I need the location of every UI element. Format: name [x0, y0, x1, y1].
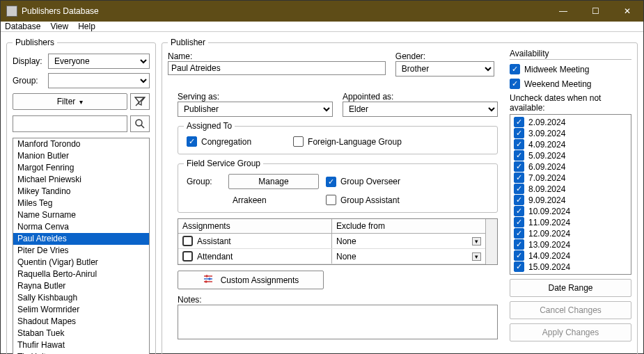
assign-checkbox[interactable] — [182, 251, 193, 262]
notes-textarea[interactable] — [178, 305, 498, 339]
list-item[interactable]: Manford Torondo — [13, 138, 149, 150]
date-range-button[interactable]: Date Range — [510, 279, 631, 297]
manage-group-button[interactable]: Manage — [228, 174, 319, 189]
dropdown-icon[interactable]: ▾ — [472, 237, 481, 246]
group-overseer-checkbox[interactable]: Group Overseer — [326, 177, 400, 187]
assignments-scrollbar[interactable] — [485, 219, 497, 264]
menu-database[interactable]: Database — [5, 22, 40, 31]
date-label: 15.09.2024 — [528, 262, 570, 272]
date-row[interactable]: 10.09.2024 — [512, 206, 629, 216]
list-item[interactable]: Mikey Tandino — [13, 186, 149, 198]
list-item[interactable]: Sally Kishbaugh — [13, 292, 149, 304]
cancel-changes-button[interactable]: Cancel Changes — [510, 301, 631, 319]
clear-filter-button[interactable] — [130, 93, 150, 110]
assign-checkbox[interactable] — [182, 236, 193, 246]
appointed-select[interactable]: Elder — [343, 102, 498, 117]
assignment-row: AssistantNone▾ — [178, 234, 485, 249]
date-row[interactable]: 14.09.2024 — [512, 250, 629, 261]
list-item[interactable]: Rayna Butler — [13, 280, 149, 292]
list-item[interactable]: Staban Tuek — [13, 328, 149, 339]
date-label: 9.09.2024 — [528, 195, 565, 205]
date-row[interactable]: 5.09.2024 — [512, 150, 629, 161]
date-row[interactable]: 12.09.2024 — [512, 228, 629, 239]
fsg-legend: Field Service Group — [184, 159, 263, 168]
group-assistant-label: Group Assistant — [340, 195, 400, 205]
list-item[interactable]: Selim Wormrider — [13, 304, 149, 316]
list-item[interactable]: Michael Pniewski — [13, 174, 149, 186]
checkbox-unchecked-icon — [326, 195, 336, 205]
date-row[interactable]: 11.09.2024 — [512, 217, 629, 227]
date-row[interactable]: 7.09.2024 — [512, 172, 629, 183]
menu-help[interactable]: Help — [78, 22, 95, 31]
date-row[interactable]: 2.09.2024 — [512, 117, 629, 127]
display-select[interactable]: Everyone — [48, 54, 150, 69]
assignment-name: Assistant — [197, 236, 231, 246]
maximize-button[interactable]: ☐ — [579, 1, 611, 22]
group-select[interactable] — [48, 73, 150, 88]
dates-list[interactable]: 2.09.20243.09.20244.09.20245.09.20246.09… — [510, 114, 631, 275]
app-icon — [6, 6, 17, 17]
weekend-checkbox[interactable]: Weekend Meeting — [510, 79, 631, 89]
search-button[interactable] — [130, 115, 150, 132]
filter-button[interactable]: Filter — [13, 93, 127, 110]
name-input[interactable] — [168, 61, 386, 75]
fsg-group-value: Arrakeen — [228, 195, 319, 205]
list-item[interactable]: Paul Atreides — [13, 233, 149, 245]
menu-view[interactable]: View — [50, 22, 68, 31]
date-row[interactable]: 8.09.2024 — [512, 184, 629, 194]
availability-panel: Availability Midweek Meeting Weekend Mee… — [510, 49, 631, 341]
checkbox-checked-icon — [514, 239, 524, 250]
checkbox-checked-icon — [514, 195, 524, 205]
list-item[interactable]: Raquella Berto-Anirul — [13, 268, 149, 280]
date-row[interactable]: 15.09.2024 — [512, 262, 629, 272]
list-item[interactable]: Margot Fenring — [13, 162, 149, 174]
midweek-checkbox[interactable]: Midweek Meeting — [510, 64, 631, 74]
date-row[interactable]: 9.09.2024 — [512, 195, 629, 205]
list-item[interactable]: Quentin (Vigar) Butler — [13, 257, 149, 268]
menu-bar: Database View Help — [1, 22, 643, 32]
list-item[interactable]: Thufir Hawat — [13, 339, 149, 351]
dropdown-icon[interactable]: ▾ — [472, 252, 481, 261]
group-label: Group: — [13, 76, 44, 86]
date-row[interactable]: 3.09.2024 — [512, 128, 629, 138]
exclude-cell[interactable]: None▾ — [332, 234, 485, 248]
serving-select[interactable]: Publisher — [178, 102, 333, 117]
exclude-cell[interactable]: None▾ — [332, 249, 485, 264]
group-assistant-checkbox[interactable]: Group Assistant — [326, 195, 400, 205]
svg-point-8 — [205, 280, 207, 282]
checkbox-checked-icon — [514, 217, 524, 227]
appointed-label: Appointed as: — [343, 92, 498, 102]
checkbox-checked-icon — [514, 150, 524, 161]
checkbox-unchecked-icon — [293, 136, 304, 147]
list-item[interactable]: Name Surname — [13, 209, 149, 221]
title-bar: Publishers Database — ☐ ✕ — [1, 1, 643, 22]
custom-assignments-button[interactable]: Custom Assignments — [178, 271, 324, 289]
notes-label: Notes: — [178, 295, 498, 305]
minimize-button[interactable]: — — [547, 1, 579, 22]
list-item[interactable]: Tio Holtzman — [13, 351, 149, 354]
checkbox-checked-icon — [514, 117, 524, 127]
availability-legend: Availability — [510, 49, 631, 60]
assigned-to-legend: Assigned To — [184, 121, 235, 131]
date-row[interactable]: 13.09.2024 — [512, 239, 629, 250]
list-item[interactable]: Piter De Vries — [13, 245, 149, 257]
gender-select[interactable]: Brother — [395, 61, 494, 77]
list-item[interactable]: Norma Cenva — [13, 221, 149, 233]
date-row[interactable]: 4.09.2024 — [512, 139, 629, 150]
list-item[interactable]: Manion Butler — [13, 150, 149, 162]
weekend-label: Weekend Meeting — [524, 79, 592, 89]
apply-changes-button[interactable]: Apply Changes — [510, 323, 631, 341]
foreign-language-checkbox[interactable]: Foreign-Language Group — [293, 136, 402, 147]
publishers-list[interactable]: Manford TorondoManion ButlerMargot Fenri… — [13, 138, 150, 354]
name-label: Name: — [168, 51, 386, 61]
list-item[interactable]: Miles Teg — [13, 198, 149, 209]
congregation-checkbox[interactable]: Congregation — [187, 136, 251, 147]
date-label: 4.09.2024 — [528, 140, 565, 150]
list-item[interactable]: Shadout Mapes — [13, 316, 149, 328]
sliders-icon — [203, 273, 214, 287]
close-button[interactable]: ✕ — [611, 1, 643, 22]
date-row[interactable]: 6.09.2024 — [512, 161, 629, 172]
svg-point-1 — [136, 120, 142, 126]
checkbox-checked-icon — [514, 228, 524, 239]
search-input[interactable] — [13, 115, 127, 132]
